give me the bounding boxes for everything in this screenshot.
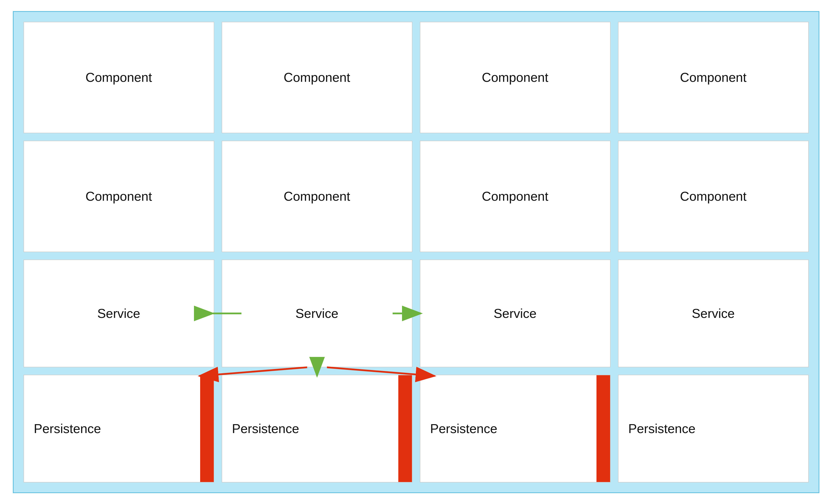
component-cell-2-2: Component [222,141,412,252]
red-bar-3 [596,375,610,482]
persistence-row: Persistence Persistence Persistence Pers… [24,375,809,482]
persistence-label-2: Persistence [232,421,300,436]
component-cell-1-4: Component [618,22,809,133]
component-cell-2-1: Component [24,141,214,252]
component-row-1: Component Component Component Component [24,22,809,133]
persistence-cell-3: Persistence [420,375,610,482]
outer-container: Component Component Component Component … [13,11,820,493]
component-label: Component [680,189,747,204]
service-cell-3: Service [420,259,610,367]
component-cell-2-3: Component [420,141,610,252]
service-cell-1: Service [24,259,214,367]
component-cell-1-2: Component [222,22,412,133]
persistence-cell-1: Persistence [24,375,214,482]
red-bar-2 [398,375,412,482]
service-label-1: Service [97,306,140,321]
persistence-label-1: Persistence [34,421,101,436]
component-cell-1-1: Component [24,22,214,133]
component-label: Component [86,70,152,85]
component-label: Component [86,189,152,204]
component-label: Component [284,70,350,85]
component-label: Component [284,189,350,204]
service-row: Service Service Service Service [24,259,809,367]
service-cell-2: Service [222,259,412,367]
persistence-label-3: Persistence [430,421,497,436]
persistence-cell-2: Persistence [222,375,412,482]
red-bar-1 [200,375,214,482]
component-label: Component [680,70,747,85]
service-persistence-wrapper: Service Service Service Service Persiste… [24,259,809,482]
service-label-2: Service [295,306,338,321]
component-row-2: Component Component Component Component [24,141,809,252]
persistence-cell-4: Persistence [618,375,809,482]
service-label-4: Service [692,306,734,321]
rows-wrapper: Component Component Component Component … [24,22,809,482]
component-label: Component [482,189,548,204]
service-label-3: Service [494,306,536,321]
persistence-label-4: Persistence [628,421,696,436]
component-cell-2-4: Component [618,141,809,252]
component-label: Component [482,70,548,85]
component-cell-1-3: Component [420,22,610,133]
service-cell-4: Service [618,259,809,367]
